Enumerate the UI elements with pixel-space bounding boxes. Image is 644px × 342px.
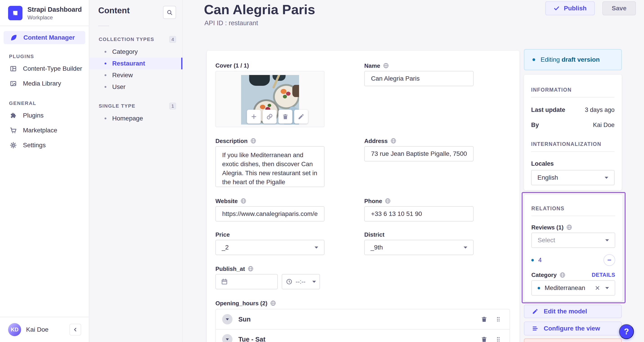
delete-media-button[interactable] bbox=[278, 110, 292, 124]
app-window: Strapi Dashboard Workplace Content Manag… bbox=[0, 0, 644, 342]
divider bbox=[98, 26, 109, 26]
configure-view-label: Configure the view bbox=[544, 325, 600, 332]
divider bbox=[531, 97, 614, 97]
bullet-icon bbox=[104, 63, 106, 64]
row-title: Tue - Sat bbox=[238, 336, 265, 342]
collection-types-label: COLLECTION TYPES bbox=[99, 37, 154, 42]
reviews-select[interactable]: Select bbox=[531, 233, 615, 248]
delete-row-button[interactable] bbox=[481, 336, 488, 342]
sidebar-item-content-manager[interactable]: Content Manager bbox=[4, 31, 85, 44]
phone-field: Phone bbox=[364, 198, 474, 222]
pencil-icon bbox=[298, 113, 304, 120]
expand-row-button[interactable] bbox=[222, 314, 232, 324]
opening-hours-field: Opening_hours (2) Sun bbox=[216, 300, 510, 342]
delete-entry-button[interactable] bbox=[524, 338, 622, 342]
content-subnav: Content COLLECTION TYPES 4 Category bbox=[89, 0, 183, 342]
information-card: INFORMATION Last update 3 days ago By Ka… bbox=[524, 75, 622, 190]
phone-input[interactable] bbox=[364, 206, 474, 222]
link-icon bbox=[266, 113, 273, 120]
field-label-text: Reviews (1) bbox=[531, 225, 564, 230]
drag-handle[interactable] bbox=[495, 336, 502, 342]
layout-icon bbox=[10, 65, 17, 73]
single-type-section: SINGLE TYPE 1 Homepage bbox=[89, 103, 182, 124]
globe-icon bbox=[566, 224, 572, 230]
locale-select[interactable]: English bbox=[531, 170, 614, 185]
bullet-icon bbox=[104, 117, 106, 119]
edit-model-button[interactable]: Edit the model bbox=[524, 305, 622, 318]
remove-relation-button[interactable] bbox=[604, 254, 615, 266]
subnav-item-label: Category bbox=[112, 48, 138, 55]
sidebar-item-content-type-builder[interactable]: Content-Type Builder bbox=[0, 61, 89, 76]
subnav-item-category[interactable]: Category bbox=[89, 46, 182, 58]
opening-hours-row-tue-sat: Tue - Sat bbox=[216, 329, 510, 342]
address-input[interactable] bbox=[364, 146, 474, 161]
publish-button[interactable]: Publish bbox=[545, 1, 594, 15]
sidebar-footer: KD Kai Doe bbox=[0, 317, 89, 342]
edit-media-button[interactable] bbox=[294, 110, 308, 124]
user-avatar[interactable]: KD bbox=[8, 323, 21, 336]
website-input[interactable] bbox=[216, 206, 324, 222]
relation-item-link[interactable]: 4 bbox=[538, 257, 542, 264]
address-field: Address bbox=[364, 138, 474, 161]
sidebar-item-media-library[interactable]: Media Library bbox=[0, 76, 89, 91]
clear-category-button[interactable] bbox=[594, 285, 600, 291]
internationalization-title: INTERNATIONALIZATION bbox=[531, 141, 614, 147]
globe-icon bbox=[560, 272, 566, 278]
strapi-logo-icon bbox=[8, 6, 22, 20]
delete-row-button[interactable] bbox=[481, 316, 488, 323]
district-select[interactable]: _9th bbox=[364, 240, 474, 255]
status-dot-icon bbox=[532, 58, 535, 61]
sidebar-item-marketplace[interactable]: Marketplace bbox=[0, 123, 89, 138]
publish-at-field: Publish_at --:-- bbox=[216, 266, 324, 289]
publish-at-label: Publish_at bbox=[216, 266, 324, 272]
subnav-item-restaurant[interactable]: Restaurant bbox=[89, 58, 182, 69]
chevron-down-icon bbox=[605, 177, 608, 179]
subnav-item-review[interactable]: Review bbox=[89, 69, 182, 81]
cart-icon bbox=[10, 126, 17, 134]
divider bbox=[531, 216, 615, 216]
sidebar-section-plugins: PLUGINS bbox=[0, 54, 89, 59]
field-label-text: Category bbox=[531, 272, 557, 278]
chevron-left-icon bbox=[72, 327, 78, 332]
subnav-item-user[interactable]: User bbox=[89, 81, 182, 93]
drag-handle[interactable] bbox=[495, 316, 502, 323]
save-label: Save bbox=[612, 5, 626, 12]
reviews-label: Reviews (1) bbox=[531, 224, 615, 230]
name-input[interactable] bbox=[364, 71, 474, 86]
bullet-icon bbox=[104, 74, 106, 76]
sidebar-item-settings[interactable]: Settings bbox=[0, 138, 89, 153]
description-textarea[interactable]: If you like Mediterranean and exotic dis… bbox=[216, 146, 324, 187]
collapse-sidebar-button[interactable] bbox=[70, 324, 81, 335]
category-select[interactable]: Mediterranean bbox=[531, 280, 615, 296]
clock-icon bbox=[286, 278, 292, 285]
publish-at-time-picker[interactable]: --:-- bbox=[282, 274, 320, 289]
search-button[interactable] bbox=[163, 6, 176, 19]
details-link[interactable]: DETAILS bbox=[592, 272, 615, 278]
collection-types-count-badge: 4 bbox=[169, 36, 176, 43]
workspace-switcher[interactable]: Strapi Dashboard Workplace bbox=[0, 0, 89, 26]
district-value: _9th bbox=[370, 244, 383, 251]
sidebar-section-general: GENERAL bbox=[0, 100, 89, 106]
sidebar-item-plugins[interactable]: Plugins bbox=[0, 108, 89, 123]
status-prefix: Editing bbox=[540, 56, 560, 63]
help-button[interactable]: ? bbox=[619, 324, 634, 339]
edit-form-card: Cover (1 / 1) bbox=[207, 51, 520, 342]
add-media-button[interactable] bbox=[247, 110, 261, 124]
category-label: Category bbox=[531, 272, 566, 278]
subnav-item-homepage[interactable]: Homepage bbox=[89, 113, 182, 124]
trash-icon bbox=[282, 113, 289, 120]
subnav-item-label: Restaurant bbox=[112, 60, 145, 67]
drag-dots-icon bbox=[495, 336, 502, 342]
row-title: Sun bbox=[238, 316, 251, 323]
save-button[interactable]: Save bbox=[602, 1, 636, 15]
configure-view-button[interactable]: Configure the view bbox=[524, 321, 622, 335]
price-select[interactable]: _2 bbox=[216, 240, 324, 255]
relations-title: RELATIONS bbox=[531, 206, 615, 212]
publish-at-date-picker[interactable] bbox=[216, 274, 278, 289]
divider bbox=[531, 151, 614, 152]
relation-dot-icon bbox=[538, 287, 540, 289]
sidebar-item-label: Marketplace bbox=[23, 127, 57, 134]
expand-row-button[interactable] bbox=[222, 334, 232, 342]
copy-link-button[interactable] bbox=[263, 110, 276, 124]
globe-icon bbox=[248, 266, 254, 272]
